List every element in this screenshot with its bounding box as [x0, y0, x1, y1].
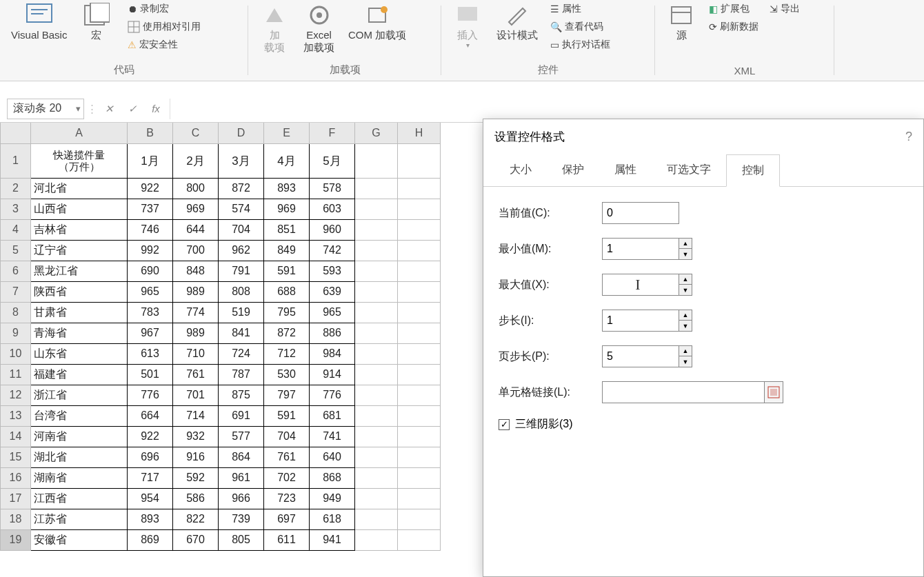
row-head-14[interactable]: 14 — [1, 426, 31, 447]
cell[interactable]: 3月 — [219, 143, 264, 178]
cell[interactable]: 山西省 — [31, 199, 128, 219]
cell[interactable] — [398, 405, 441, 426]
run-dialog-button[interactable]: ▭执行对话框 — [548, 36, 613, 54]
cell[interactable]: 848 — [173, 261, 219, 281]
cell[interactable]: 822 — [173, 509, 219, 529]
cell[interactable]: 787 — [219, 364, 264, 385]
row-head-16[interactable]: 16 — [1, 467, 31, 488]
cell[interactable]: 578 — [310, 178, 355, 199]
cell[interactable]: 2月 — [173, 143, 219, 178]
cell[interactable]: 741 — [310, 426, 355, 447]
cell[interactable]: 984 — [310, 343, 355, 364]
cell[interactable]: 吉林省 — [31, 219, 128, 240]
row-head-13[interactable]: 13 — [1, 405, 31, 426]
worksheet-grid[interactable]: ABCDEFGH1快递揽件量 （万件）1月2月3月4月5月2河北省9228008… — [0, 123, 441, 551]
refresh-button[interactable]: ⟳刷新数据 — [706, 18, 761, 36]
cell[interactable] — [355, 240, 398, 261]
use-relative-button[interactable]: 使用相对引用 — [125, 18, 203, 36]
cell[interactable]: 江苏省 — [31, 509, 128, 529]
dialog-tab-1[interactable]: 保护 — [547, 154, 599, 186]
cell[interactable]: 591 — [264, 261, 310, 281]
cell[interactable] — [398, 364, 441, 385]
max-spinner[interactable]: ▲▼ — [679, 274, 692, 296]
cell[interactable] — [355, 426, 398, 447]
cell[interactable]: 黑龙江省 — [31, 261, 128, 281]
cell[interactable]: 辽宁省 — [31, 240, 128, 261]
cell[interactable] — [355, 405, 398, 426]
cell-link-ref-button[interactable] — [764, 381, 783, 403]
cell[interactable]: 592 — [173, 467, 219, 488]
cell[interactable]: 941 — [310, 529, 355, 550]
row-head-11[interactable]: 11 — [1, 364, 31, 385]
cell[interactable]: 甘肃省 — [31, 302, 128, 323]
page-step-input[interactable] — [602, 345, 679, 367]
step-spinner[interactable]: ▲▼ — [679, 310, 692, 332]
cell[interactable]: 640 — [310, 447, 355, 467]
cell[interactable]: 966 — [219, 488, 264, 509]
cell[interactable] — [398, 281, 441, 302]
cell[interactable]: 519 — [219, 302, 264, 323]
cell[interactable]: 922 — [128, 178, 173, 199]
row-head-10[interactable]: 10 — [1, 343, 31, 364]
cell[interactable] — [355, 219, 398, 240]
cell[interactable] — [355, 178, 398, 199]
cell[interactable] — [398, 302, 441, 323]
cell[interactable]: 989 — [173, 281, 219, 302]
row-head-9[interactable]: 9 — [1, 323, 31, 343]
cell[interactable]: 962 — [219, 240, 264, 261]
cell[interactable]: 783 — [128, 302, 173, 323]
cell[interactable]: 717 — [128, 467, 173, 488]
cell[interactable] — [355, 467, 398, 488]
cell[interactable]: 841 — [219, 323, 264, 343]
cell[interactable]: 723 — [264, 488, 310, 509]
cell[interactable]: 山东省 — [31, 343, 128, 364]
cell-link-input[interactable] — [602, 381, 765, 403]
cell[interactable]: 774 — [173, 302, 219, 323]
cell[interactable]: 696 — [128, 447, 173, 467]
cell[interactable] — [398, 240, 441, 261]
cell[interactable] — [355, 529, 398, 550]
ext-pkg-button[interactable]: ◧扩展包 — [706, 0, 761, 18]
dialog-tab-3[interactable]: 可选文字 — [652, 154, 726, 186]
cell[interactable]: 河南省 — [31, 426, 128, 447]
cell[interactable]: 893 — [264, 178, 310, 199]
formula-input[interactable] — [170, 99, 924, 119]
cell[interactable]: 776 — [128, 385, 173, 405]
cell[interactable]: 795 — [264, 302, 310, 323]
cell[interactable]: 960 — [310, 219, 355, 240]
cell[interactable] — [355, 488, 398, 509]
cancel-formula-button[interactable]: ✕ — [99, 99, 119, 119]
cell[interactable]: 福建省 — [31, 364, 128, 385]
cell[interactable]: 886 — [310, 323, 355, 343]
cell[interactable]: 922 — [128, 426, 173, 447]
col-head-D[interactable]: D — [219, 123, 264, 143]
row-head-12[interactable]: 12 — [1, 385, 31, 405]
row-head-1[interactable]: 1 — [1, 143, 31, 178]
cell[interactable]: 702 — [264, 467, 310, 488]
min-spinner[interactable]: ▲▼ — [679, 238, 692, 260]
name-box[interactable]: 滚动条 20 — [7, 99, 84, 119]
cell[interactable]: 808 — [219, 281, 264, 302]
cell[interactable]: 872 — [219, 178, 264, 199]
cell[interactable]: 992 — [128, 240, 173, 261]
row-head-4[interactable]: 4 — [1, 219, 31, 240]
cell[interactable]: 746 — [128, 219, 173, 240]
cell[interactable] — [355, 364, 398, 385]
cell[interactable]: 670 — [173, 529, 219, 550]
cell[interactable]: 989 — [173, 323, 219, 343]
excel-addins-button[interactable]: Excel 加载项 — [299, 0, 339, 55]
row-head-17[interactable]: 17 — [1, 488, 31, 509]
cell[interactable]: 961 — [219, 467, 264, 488]
cell[interactable]: 701 — [173, 385, 219, 405]
row-head-6[interactable]: 6 — [1, 261, 31, 281]
col-head-B[interactable]: B — [128, 123, 173, 143]
cell[interactable]: 949 — [310, 488, 355, 509]
cell[interactable] — [355, 261, 398, 281]
cell[interactable]: 849 — [264, 240, 310, 261]
cell[interactable] — [398, 199, 441, 219]
step-input[interactable] — [602, 310, 679, 332]
col-head-E[interactable]: E — [264, 123, 310, 143]
cell[interactable]: 5月 — [310, 143, 355, 178]
dialog-tab-4[interactable]: 控制 — [726, 154, 780, 187]
cell[interactable]: 704 — [219, 219, 264, 240]
